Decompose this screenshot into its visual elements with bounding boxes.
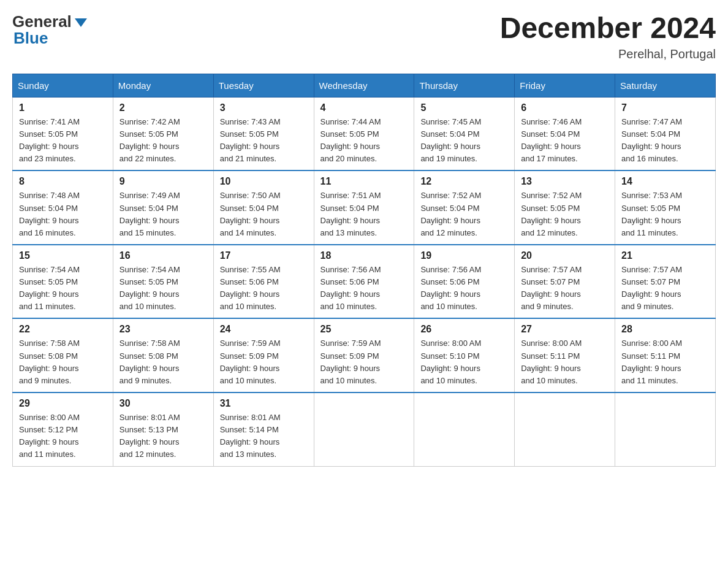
day-number: 20 xyxy=(521,250,609,261)
day-info: Sunrise: 8:01 AM Sunset: 5:14 PM Dayligh… xyxy=(220,412,308,461)
day-number: 26 xyxy=(420,324,508,335)
calendar-cell xyxy=(615,393,716,466)
day-number: 5 xyxy=(420,102,508,113)
title-area: December 2024 Perelhal, Portugal xyxy=(500,12,716,61)
column-header-friday: Friday xyxy=(515,74,615,97)
calendar-cell: 28 Sunrise: 8:00 AM Sunset: 5:11 PM Dayl… xyxy=(615,318,716,393)
day-info: Sunrise: 8:00 AM Sunset: 5:11 PM Dayligh… xyxy=(621,337,709,387)
column-header-wednesday: Wednesday xyxy=(314,74,414,97)
calendar-cell: 25 Sunrise: 7:59 AM Sunset: 5:09 PM Dayl… xyxy=(314,318,414,393)
day-info: Sunrise: 7:43 AM Sunset: 5:05 PM Dayligh… xyxy=(220,116,308,166)
calendar-cell: 4 Sunrise: 7:44 AM Sunset: 5:05 PM Dayli… xyxy=(314,97,414,170)
day-number: 23 xyxy=(119,324,207,335)
day-info: Sunrise: 7:58 AM Sunset: 5:08 PM Dayligh… xyxy=(19,337,107,387)
calendar-cell: 23 Sunrise: 7:58 AM Sunset: 5:08 PM Dayl… xyxy=(113,318,213,393)
day-number: 30 xyxy=(119,398,207,409)
day-info: Sunrise: 8:00 AM Sunset: 5:11 PM Dayligh… xyxy=(521,337,609,387)
week-row-1: 1 Sunrise: 7:41 AM Sunset: 5:05 PM Dayli… xyxy=(13,97,716,170)
day-info: Sunrise: 7:56 AM Sunset: 5:06 PM Dayligh… xyxy=(320,264,408,313)
day-info: Sunrise: 7:49 AM Sunset: 5:04 PM Dayligh… xyxy=(119,190,207,239)
calendar-cell: 15 Sunrise: 7:54 AM Sunset: 5:05 PM Dayl… xyxy=(13,245,113,319)
day-info: Sunrise: 7:45 AM Sunset: 5:04 PM Dayligh… xyxy=(420,116,508,166)
calendar-cell: 27 Sunrise: 8:00 AM Sunset: 5:11 PM Dayl… xyxy=(515,318,615,393)
calendar-cell: 14 Sunrise: 7:53 AM Sunset: 5:05 PM Dayl… xyxy=(615,170,716,245)
calendar-cell xyxy=(414,393,515,466)
day-info: Sunrise: 7:57 AM Sunset: 5:07 PM Dayligh… xyxy=(521,264,609,313)
day-number: 6 xyxy=(521,102,609,113)
day-info: Sunrise: 7:57 AM Sunset: 5:07 PM Dayligh… xyxy=(621,264,709,313)
day-info: Sunrise: 7:42 AM Sunset: 5:05 PM Dayligh… xyxy=(119,116,207,166)
day-number: 17 xyxy=(220,250,308,261)
day-info: Sunrise: 7:47 AM Sunset: 5:04 PM Dayligh… xyxy=(621,116,709,166)
calendar-cell: 18 Sunrise: 7:56 AM Sunset: 5:06 PM Dayl… xyxy=(314,245,414,319)
day-info: Sunrise: 7:48 AM Sunset: 5:04 PM Dayligh… xyxy=(19,190,107,239)
day-number: 3 xyxy=(220,102,308,113)
calendar-cell: 26 Sunrise: 8:00 AM Sunset: 5:10 PM Dayl… xyxy=(414,318,515,393)
calendar-cell: 10 Sunrise: 7:50 AM Sunset: 5:04 PM Dayl… xyxy=(213,170,314,245)
day-number: 25 xyxy=(320,324,408,335)
day-number: 7 xyxy=(621,102,709,113)
day-number: 9 xyxy=(119,176,207,187)
day-info: Sunrise: 7:50 AM Sunset: 5:04 PM Dayligh… xyxy=(220,190,308,239)
day-number: 4 xyxy=(320,102,408,113)
calendar-cell: 8 Sunrise: 7:48 AM Sunset: 5:04 PM Dayli… xyxy=(13,170,113,245)
calendar-cell: 9 Sunrise: 7:49 AM Sunset: 5:04 PM Dayli… xyxy=(113,170,213,245)
calendar-cell: 20 Sunrise: 7:57 AM Sunset: 5:07 PM Dayl… xyxy=(515,245,615,319)
day-number: 29 xyxy=(19,398,107,409)
day-info: Sunrise: 7:59 AM Sunset: 5:09 PM Dayligh… xyxy=(220,337,308,387)
calendar-cell: 19 Sunrise: 7:56 AM Sunset: 5:06 PM Dayl… xyxy=(414,245,515,319)
week-row-4: 22 Sunrise: 7:58 AM Sunset: 5:08 PM Dayl… xyxy=(13,318,716,393)
day-number: 12 xyxy=(420,176,508,187)
day-info: Sunrise: 7:52 AM Sunset: 5:05 PM Dayligh… xyxy=(521,190,609,239)
day-number: 15 xyxy=(19,250,107,261)
day-info: Sunrise: 7:54 AM Sunset: 5:05 PM Dayligh… xyxy=(119,264,207,313)
day-info: Sunrise: 7:54 AM Sunset: 5:05 PM Dayligh… xyxy=(19,264,107,313)
day-info: Sunrise: 7:44 AM Sunset: 5:05 PM Dayligh… xyxy=(320,116,408,166)
week-row-5: 29 Sunrise: 8:00 AM Sunset: 5:12 PM Dayl… xyxy=(13,393,716,466)
day-number: 8 xyxy=(19,176,107,187)
calendar-cell: 6 Sunrise: 7:46 AM Sunset: 5:04 PM Dayli… xyxy=(515,97,615,170)
week-row-3: 15 Sunrise: 7:54 AM Sunset: 5:05 PM Dayl… xyxy=(13,245,716,319)
day-number: 22 xyxy=(19,324,107,335)
day-number: 27 xyxy=(521,324,609,335)
day-info: Sunrise: 8:01 AM Sunset: 5:13 PM Dayligh… xyxy=(119,412,207,461)
day-info: Sunrise: 7:55 AM Sunset: 5:06 PM Dayligh… xyxy=(220,264,308,313)
day-number: 24 xyxy=(220,324,308,335)
column-header-thursday: Thursday xyxy=(414,74,515,97)
day-number: 19 xyxy=(420,250,508,261)
calendar-cell: 30 Sunrise: 8:01 AM Sunset: 5:13 PM Dayl… xyxy=(113,393,213,466)
day-info: Sunrise: 7:41 AM Sunset: 5:05 PM Dayligh… xyxy=(19,116,107,166)
logo: General Blue xyxy=(12,12,87,48)
calendar-cell: 12 Sunrise: 7:52 AM Sunset: 5:04 PM Dayl… xyxy=(414,170,515,245)
calendar-cell: 13 Sunrise: 7:52 AM Sunset: 5:05 PM Dayl… xyxy=(515,170,615,245)
calendar-cell xyxy=(314,393,414,466)
day-info: Sunrise: 7:53 AM Sunset: 5:05 PM Dayligh… xyxy=(621,190,709,239)
logo-arrow-icon xyxy=(75,18,87,27)
calendar-cell: 5 Sunrise: 7:45 AM Sunset: 5:04 PM Dayli… xyxy=(414,97,515,170)
calendar-cell: 24 Sunrise: 7:59 AM Sunset: 5:09 PM Dayl… xyxy=(213,318,314,393)
calendar-cell: 21 Sunrise: 7:57 AM Sunset: 5:07 PM Dayl… xyxy=(615,245,716,319)
day-number: 16 xyxy=(119,250,207,261)
day-number: 18 xyxy=(320,250,408,261)
column-header-sunday: Sunday xyxy=(13,74,113,97)
day-number: 21 xyxy=(621,250,709,261)
calendar-cell: 3 Sunrise: 7:43 AM Sunset: 5:05 PM Dayli… xyxy=(213,97,314,170)
column-header-tuesday: Tuesday xyxy=(213,74,314,97)
day-number: 13 xyxy=(521,176,609,187)
calendar-cell: 7 Sunrise: 7:47 AM Sunset: 5:04 PM Dayli… xyxy=(615,97,716,170)
day-info: Sunrise: 7:58 AM Sunset: 5:08 PM Dayligh… xyxy=(119,337,207,387)
day-info: Sunrise: 8:00 AM Sunset: 5:12 PM Dayligh… xyxy=(19,412,107,461)
calendar-cell xyxy=(515,393,615,466)
calendar-cell: 16 Sunrise: 7:54 AM Sunset: 5:05 PM Dayl… xyxy=(113,245,213,319)
day-number: 14 xyxy=(621,176,709,187)
day-number: 31 xyxy=(220,398,308,409)
calendar-cell: 22 Sunrise: 7:58 AM Sunset: 5:08 PM Dayl… xyxy=(13,318,113,393)
calendar-cell: 29 Sunrise: 8:00 AM Sunset: 5:12 PM Dayl… xyxy=(13,393,113,466)
day-number: 10 xyxy=(220,176,308,187)
day-info: Sunrise: 7:59 AM Sunset: 5:09 PM Dayligh… xyxy=(320,337,408,387)
header-row: SundayMondayTuesdayWednesdayThursdayFrid… xyxy=(13,74,716,97)
column-header-monday: Monday xyxy=(113,74,213,97)
day-info: Sunrise: 7:51 AM Sunset: 5:04 PM Dayligh… xyxy=(320,190,408,239)
page-header: General Blue December 2024 Perelhal, Por… xyxy=(12,12,716,61)
logo-blue: Blue xyxy=(13,29,48,48)
